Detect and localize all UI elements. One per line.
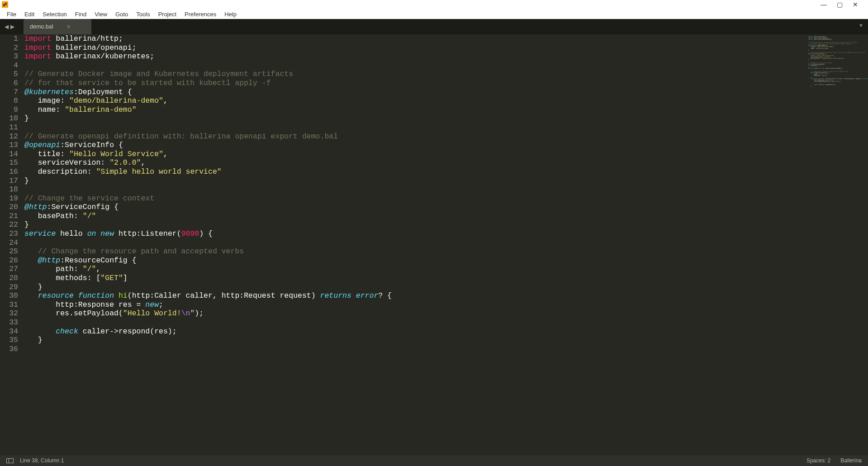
line-number: 35 — [0, 336, 18, 345]
code-line[interactable] — [24, 61, 803, 70]
line-number: 32 — [0, 309, 18, 318]
code-line[interactable]: resource function hi(http:Caller caller,… — [24, 291, 803, 300]
line-number: 19 — [0, 194, 18, 203]
menu-view[interactable]: View — [90, 10, 111, 19]
line-number: 8 — [0, 96, 18, 105]
editor-area[interactable]: 1234567891011121314151617181920212223242… — [0, 34, 868, 455]
code-line[interactable] — [24, 123, 803, 132]
tab-history-back-icon[interactable]: ◀ — [5, 24, 9, 30]
window-titlebar: ― ▢ ✕ — [0, 0, 868, 9]
status-cursor-position[interactable]: Line 38, Column 1 — [20, 457, 64, 464]
line-number: 3 — [0, 52, 18, 61]
code-line[interactable]: // Generate openapi definition with: bal… — [24, 132, 803, 141]
line-number: 27 — [0, 265, 18, 274]
line-number: 2 — [0, 43, 18, 52]
line-number: 6 — [0, 79, 18, 88]
menu-find[interactable]: Find — [71, 10, 90, 19]
code-line[interactable]: title: "Hello World Service", — [24, 150, 803, 159]
line-number: 25 — [0, 247, 18, 256]
line-number: 9 — [0, 105, 18, 114]
line-number: 26 — [0, 256, 18, 265]
code-line[interactable] — [24, 345, 803, 354]
tab-label: demo.bal — [30, 24, 53, 30]
code-line[interactable]: } — [24, 283, 803, 292]
line-number: 11 — [0, 123, 18, 132]
code-line[interactable]: } — [24, 176, 803, 185]
tab-close-icon[interactable]: × — [66, 23, 70, 30]
line-number: 16 — [0, 167, 18, 176]
code-line[interactable]: import ballerinax/kubernetes; — [24, 52, 803, 61]
code-line[interactable]: @http:ResourceConfig { — [24, 256, 803, 265]
line-number: 31 — [0, 300, 18, 309]
window-close-icon[interactable]: ✕ — [853, 1, 858, 8]
status-language[interactable]: Ballerina — [840, 457, 862, 464]
line-number: 4 — [0, 61, 18, 70]
code-line[interactable]: res.setPayload("Hello World!\n"); — [24, 309, 803, 318]
code-line[interactable]: description: "Simple hello world service… — [24, 167, 803, 176]
app-logo-icon — [2, 1, 8, 8]
code-line[interactable]: path: "/", — [24, 265, 803, 274]
line-number: 34 — [0, 327, 18, 336]
code-line[interactable] — [24, 318, 803, 327]
menu-tools[interactable]: Tools — [132, 10, 154, 19]
code-line[interactable]: import ballerina/http; — [24, 34, 803, 43]
menu-selection[interactable]: Selection — [38, 10, 71, 19]
code-line[interactable]: // Change the resource path and accepted… — [24, 247, 803, 256]
menu-preferences[interactable]: Preferences — [180, 10, 220, 19]
line-number: 15 — [0, 158, 18, 167]
line-number: 7 — [0, 88, 18, 97]
minimap[interactable]: import ballerina/http;import ballerina/o… — [807, 34, 868, 455]
line-number: 10 — [0, 114, 18, 123]
code-line[interactable]: service hello on new http:Listener(9090)… — [24, 229, 803, 238]
line-number: 17 — [0, 176, 18, 185]
window-maximize-icon[interactable]: ▢ — [837, 1, 843, 8]
line-number: 23 — [0, 229, 18, 238]
code-content[interactable]: import ballerina/http;import ballerina/o… — [24, 34, 807, 455]
tab-history-forward-icon[interactable]: ▶ — [10, 24, 14, 30]
code-line[interactable]: // for that service to be started with k… — [24, 79, 803, 88]
line-number: 30 — [0, 291, 18, 300]
code-line[interactable]: @http:ServiceConfig { — [24, 203, 803, 212]
line-number: 21 — [0, 212, 18, 221]
line-number: 24 — [0, 238, 18, 247]
status-bar: Line 38, Column 1 Spaces: 2 Ballerina — [0, 455, 868, 466]
menu-edit[interactable]: Edit — [20, 10, 38, 19]
code-line[interactable]: } — [24, 336, 803, 345]
tab-overflow-icon[interactable]: ▼ — [859, 23, 863, 28]
tab-demo-bal[interactable]: demo.bal × — [24, 19, 91, 34]
code-line[interactable]: import ballerina/openapi; — [24, 43, 803, 52]
window-minimize-icon[interactable]: ― — [821, 1, 827, 8]
line-number: 1 — [0, 34, 18, 43]
code-line[interactable]: @openapi:ServiceInfo { — [24, 141, 803, 150]
tab-strip: ◀ ▶ demo.bal × ▼ — [0, 19, 868, 34]
code-line[interactable]: } — [24, 220, 803, 229]
panel-toggle-icon[interactable] — [6, 458, 14, 463]
line-number: 14 — [0, 150, 18, 159]
menu-project[interactable]: Project — [154, 10, 180, 19]
line-number: 20 — [0, 203, 18, 212]
line-number: 13 — [0, 141, 18, 150]
code-line[interactable] — [24, 185, 803, 194]
line-number: 5 — [0, 70, 18, 79]
line-number: 22 — [0, 220, 18, 229]
menu-goto[interactable]: Goto — [111, 10, 132, 19]
line-number: 36 — [0, 345, 18, 354]
code-line[interactable]: http:Response res = new; — [24, 300, 803, 309]
menu-file[interactable]: File — [3, 10, 20, 19]
code-line[interactable]: methods: ["GET"] — [24, 274, 803, 283]
code-line[interactable]: name: "ballerina-demo" — [24, 105, 803, 114]
line-number: 33 — [0, 318, 18, 327]
code-line[interactable]: check caller->respond(res); — [24, 327, 803, 336]
code-line[interactable]: image: "demo/ballerina-demo", — [24, 96, 803, 105]
line-number: 12 — [0, 132, 18, 141]
code-line[interactable] — [24, 238, 803, 247]
code-line[interactable]: // Change the service context — [24, 194, 803, 203]
line-number-gutter: 1234567891011121314151617181920212223242… — [0, 34, 24, 455]
menu-help[interactable]: Help — [220, 10, 241, 19]
status-indentation[interactable]: Spaces: 2 — [806, 457, 830, 464]
code-line[interactable]: basePath: "/" — [24, 212, 803, 221]
code-line[interactable]: } — [24, 114, 803, 123]
code-line[interactable]: serviceVersion: "2.0.0", — [24, 158, 803, 167]
code-line[interactable]: // Generate Docker image and Kubernetes … — [24, 70, 803, 79]
code-line[interactable]: @kubernetes:Deployment { — [24, 88, 803, 97]
